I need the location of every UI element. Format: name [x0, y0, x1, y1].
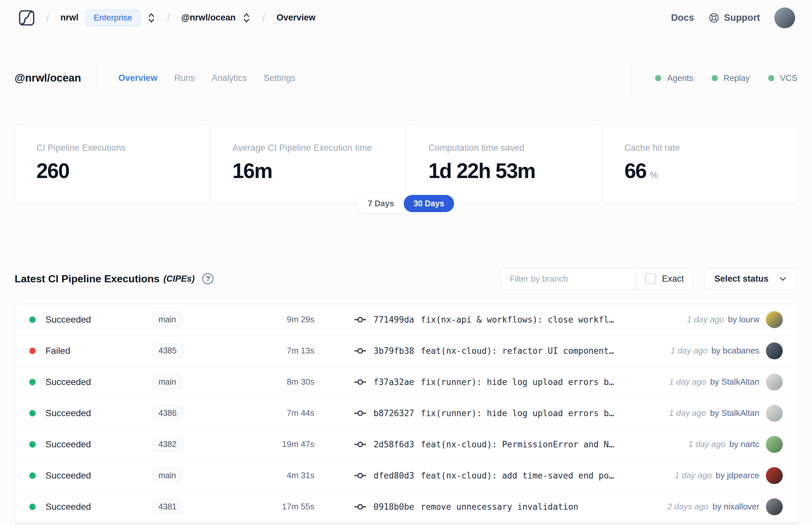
- cipe-status-label: Succeeded: [45, 314, 152, 325]
- author-avatar: [766, 374, 783, 390]
- author-avatar: [766, 405, 783, 422]
- cipe-filters: Exact Select status: [501, 268, 797, 289]
- cipe-time-ago: 1 day ago: [675, 470, 711, 480]
- breadcrumb-separator: /: [262, 11, 265, 25]
- cipe-row[interactable]: Succeeded main 9m 29s 771499dafix(nx-api…: [15, 304, 797, 335]
- cipe-row[interactable]: Failed 4385 7m 13s 3b79fb38feat(nx-cloud…: [15, 335, 797, 366]
- workspace-selector-chevrons-icon[interactable]: [242, 12, 251, 24]
- cipe-status-label: Succeeded: [45, 439, 152, 450]
- branch-cell: main: [152, 312, 217, 328]
- cipe-status-dot-icon: [29, 472, 36, 479]
- green-status-dot-icon: [768, 75, 774, 81]
- support-link[interactable]: Support: [708, 12, 760, 24]
- exact-checkbox[interactable]: [645, 273, 656, 284]
- tab-settings[interactable]: Settings: [264, 73, 295, 83]
- branch-badge: main: [152, 374, 183, 390]
- breadcrumb-org[interactable]: nrwl: [60, 13, 79, 23]
- branch-cell: main: [152, 467, 217, 483]
- nx-cloud-logo-icon[interactable]: [18, 10, 35, 26]
- cipe-status-dot-icon: [29, 504, 36, 510]
- cipe-status-label: Succeeded: [45, 377, 152, 387]
- cipe-status-dot-icon: [29, 379, 36, 385]
- breadcrumb-workspace[interactable]: @nrwl/ocean: [181, 13, 235, 23]
- status-select-dropdown[interactable]: Select status: [704, 268, 797, 289]
- env-status-indicators: Agents Replay VCS: [631, 64, 797, 92]
- commit-cell: 2d58f6d3feat(nx-cloud): PermissionError …: [354, 438, 614, 451]
- enterprise-badge[interactable]: Enterprise: [86, 10, 141, 26]
- range-30-days[interactable]: 30 Days: [404, 195, 454, 212]
- commit-cell: dfed80d3feat(nx-cloud): add time-saved e…: [354, 469, 614, 482]
- stat-card-cipe-count: CI Pipeline Executions 260: [15, 124, 210, 203]
- branch-badge: 4382: [152, 436, 183, 452]
- tab-analytics[interactable]: Analytics: [212, 73, 247, 83]
- author-avatar: [766, 311, 783, 328]
- life-ring-icon: [708, 12, 719, 24]
- cipe-status-dot-icon: [29, 316, 36, 323]
- cipe-row[interactable]: Succeeded 4382 19m 47s 2d58f6d3feat(nx-c…: [15, 429, 797, 460]
- commit-message: fix(runner): hide log upload errors b…: [420, 408, 614, 418]
- commit-message: feat(nx-cloud): refactor UI component…: [420, 346, 614, 356]
- help-icon[interactable]: ?: [202, 273, 213, 284]
- commit-hash: f37a32ae: [373, 377, 414, 387]
- cipe-time-ago: 1 day ago: [670, 346, 707, 356]
- cipe-time-ago: 2 days ago: [667, 501, 708, 512]
- cipe-row[interactable]: Succeeded main 8m 30s f37a32aefix(runner…: [15, 366, 797, 397]
- git-commit-icon: [354, 501, 366, 513]
- commit-message: fix(nx-api & workflows): close workfl…: [420, 315, 614, 325]
- date-range-toggle: 7 Days 30 Days: [356, 193, 456, 214]
- exact-label: Exact: [662, 274, 684, 284]
- cipe-status-label: Succeeded: [45, 501, 152, 512]
- cipe-duration: 19m 47s: [217, 439, 315, 449]
- cipe-author: by lourw: [728, 314, 760, 325]
- cipe-status-label: Succeeded: [45, 408, 152, 418]
- cipe-time-ago: 1 day ago: [688, 439, 725, 449]
- workspace-tabs: Overview Runs Analytics Settings: [119, 73, 295, 83]
- git-commit-icon: [354, 438, 366, 451]
- branch-badge: main: [152, 312, 183, 328]
- commit-hash: dfed80d3: [373, 471, 414, 480]
- cipe-row[interactable]: Succeeded 4386 7m 44s b8726327fix(runner…: [15, 397, 797, 429]
- commit-hash: b8726327: [373, 408, 414, 418]
- stat-card-cache-hit: Cache hit rate 66%: [603, 124, 798, 203]
- author-avatar: [766, 498, 783, 515]
- cipe-author: by StalkAltan: [710, 377, 760, 387]
- commit-hash: 771499da: [373, 315, 414, 325]
- env-agents: Agents: [655, 73, 693, 83]
- cipe-row[interactable]: Succeeded 4381 17m 55s 0918b0beremove un…: [15, 491, 797, 522]
- page-title: @nrwl/ocean: [15, 72, 81, 84]
- cipe-time-ago: 1 day ago: [669, 408, 706, 418]
- branch-filter-input[interactable]: [501, 268, 635, 289]
- org-selector-chevrons-icon[interactable]: [147, 12, 156, 24]
- commit-message: feat(nx-cloud): PermissionError and N…: [420, 439, 614, 449]
- branch-badge: 4385: [152, 343, 183, 359]
- cipe-row[interactable]: Succeeded main 4m 31s dfed80d3feat(nx-cl…: [15, 460, 797, 491]
- user-avatar[interactable]: [774, 7, 795, 28]
- commit-cell: f37a32aefix(runner): hide log upload err…: [354, 376, 614, 388]
- tab-overview[interactable]: Overview: [119, 73, 157, 83]
- next-row-partial: [15, 522, 797, 525]
- cipe-author: by nixallover: [712, 501, 760, 512]
- git-commit-icon: [354, 407, 366, 419]
- author-avatar: [766, 467, 783, 484]
- breadcrumb-page: Overview: [276, 13, 316, 23]
- range-7-days[interactable]: 7 Days: [358, 195, 404, 212]
- cipe-meta: 1 day ago by nartc: [688, 436, 783, 453]
- cipe-time-ago: 1 day ago: [687, 314, 724, 325]
- author-avatar: [766, 436, 783, 453]
- author-avatar: [766, 342, 783, 359]
- cipe-duration: 7m 13s: [217, 346, 315, 356]
- cipe-meta: 1 day ago by lourw: [687, 311, 783, 328]
- cipe-author: by nartc: [730, 439, 760, 449]
- chevron-down-icon: [778, 274, 787, 283]
- workspace-header: @nrwl/ocean Overview Runs Analytics Sett…: [15, 64, 797, 92]
- commit-cell: 0918b0beremove unnecessary invalidation: [354, 501, 579, 513]
- tab-runs[interactable]: Runs: [174, 73, 195, 83]
- cipe-status-dot-icon: [29, 410, 36, 417]
- cipe-meta: 1 day ago by StalkAltan: [669, 405, 783, 422]
- stat-value: 260: [36, 159, 69, 183]
- commit-cell: 3b79fb38feat(nx-cloud): refactor UI comp…: [354, 345, 614, 357]
- cipe-time-ago: 1 day ago: [669, 377, 706, 387]
- cipe-meta: 1 day ago by bcabanes: [670, 342, 783, 359]
- cipe-meta: 1 day ago by StalkAltan: [669, 374, 783, 390]
- docs-link[interactable]: Docs: [671, 12, 694, 23]
